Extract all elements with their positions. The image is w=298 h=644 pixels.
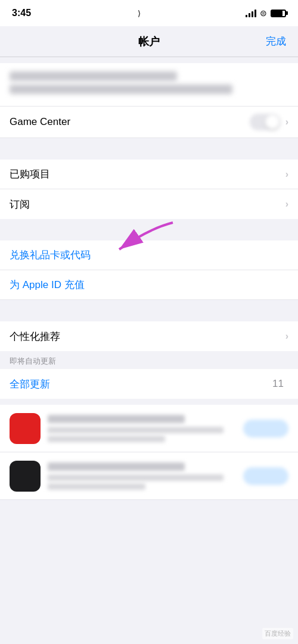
- auto-update-label: 即将自动更新: [0, 351, 298, 369]
- signal-icon: [246, 9, 256, 17]
- gap-3: [0, 219, 298, 240]
- done-button[interactable]: 完成: [266, 35, 286, 48]
- app-desc-blur-1: [48, 427, 224, 433]
- app-item-1[interactable]: [0, 405, 298, 452]
- update-count: 11: [272, 378, 284, 390]
- gap-4: [0, 300, 298, 321]
- personalized-label: 个性化推荐: [10, 330, 285, 343]
- content-area: Game Center › 已购项目 › 订阅 › 兑换礼品卡或代码 为 App…: [0, 57, 298, 644]
- app-desc-blur-1b: [48, 436, 165, 442]
- update-all-item[interactable]: 全部更新 11: [0, 369, 298, 399]
- gap-1: [0, 57, 298, 63]
- purchased-chevron: ›: [285, 169, 288, 180]
- personalized-section: 个性化推荐 ›: [0, 321, 298, 351]
- account-info: [0, 63, 298, 107]
- wifi-icon: ⊜: [260, 8, 267, 18]
- watermark: 百度经验: [262, 628, 293, 639]
- update-all-label: 全部更新: [10, 377, 272, 391]
- status-bar: 3:45 ⟩ ⊜: [0, 0, 298, 26]
- update-section: 全部更新 11: [0, 369, 298, 399]
- status-icons: ⊜: [246, 8, 286, 18]
- game-center-toggle[interactable]: [250, 114, 281, 130]
- personalized-item[interactable]: 个性化推荐 ›: [0, 321, 298, 351]
- purchased-label: 已购项目: [10, 167, 285, 181]
- subscription-label: 订阅: [10, 198, 285, 211]
- account-section: Game Center ›: [0, 63, 298, 138]
- app-details-1: [48, 415, 243, 442]
- subscription-chevron: ›: [285, 199, 288, 210]
- charge-label: 为 Apple ID 充值: [10, 278, 288, 292]
- redeem-section: 兑换礼品卡或代码 为 Apple ID 充值: [0, 240, 298, 300]
- app-desc-blur-2b: [48, 483, 145, 490]
- nav-title: 帐户: [138, 35, 160, 49]
- purchased-item[interactable]: 已购项目 ›: [0, 160, 298, 189]
- location-icon: ⟩: [138, 9, 141, 18]
- gap-5: [0, 399, 298, 405]
- battery-icon: [271, 10, 286, 17]
- app-desc-blur-2: [48, 474, 224, 481]
- app-update-btn-2[interactable]: [243, 467, 288, 485]
- app-name-blur-2: [48, 462, 185, 471]
- account-name-blur: [10, 71, 177, 81]
- game-center-chevron: ›: [285, 117, 288, 127]
- app-icon-2: [10, 461, 41, 492]
- charge-item[interactable]: 为 Apple ID 充值: [0, 270, 298, 300]
- status-time: 3:45: [12, 8, 31, 18]
- account-email-blur: [10, 85, 232, 94]
- app-list-section: [0, 405, 298, 500]
- redeem-label: 兑换礼品卡或代码: [10, 248, 288, 262]
- game-center-label: Game Center: [10, 116, 250, 128]
- gap-2: [0, 138, 298, 160]
- game-center-row[interactable]: Game Center ›: [0, 107, 298, 138]
- app-update-btn-1[interactable]: [243, 420, 288, 437]
- app-name-blur-1: [48, 415, 185, 423]
- personalized-chevron: ›: [285, 331, 288, 342]
- app-icon-1: [10, 413, 41, 444]
- purchase-section: 已购项目 › 订阅 ›: [0, 160, 298, 219]
- app-details-2: [48, 462, 243, 490]
- subscription-item[interactable]: 订阅 ›: [0, 189, 298, 219]
- nav-bar: 帐户 完成: [0, 26, 298, 57]
- app-item-2[interactable]: [0, 452, 298, 500]
- redeem-item[interactable]: 兑换礼品卡或代码: [0, 240, 298, 270]
